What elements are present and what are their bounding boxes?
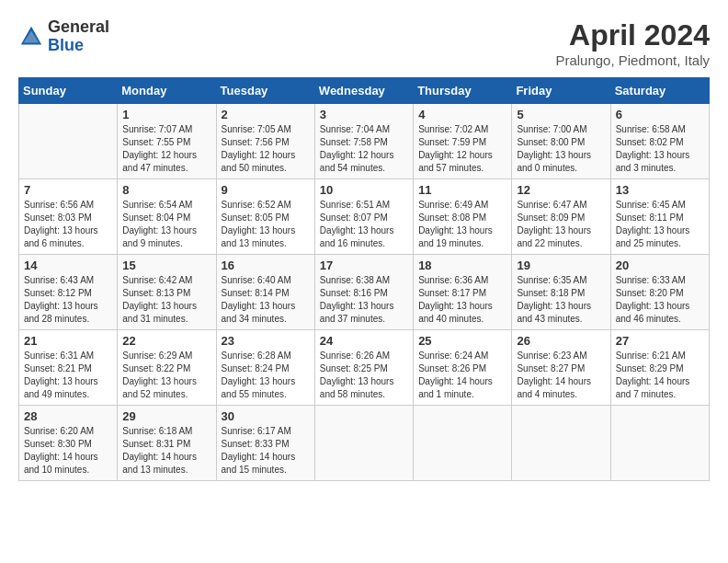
week-row-2: 7Sunrise: 6:56 AMSunset: 8:03 PMDaylight… [19, 179, 710, 255]
day-number: 17 [320, 259, 408, 272]
day-info: Sunrise: 6:33 AMSunset: 8:20 PMDaylight:… [616, 274, 704, 326]
day-info: Sunrise: 7:05 AMSunset: 7:56 PMDaylight:… [222, 123, 310, 175]
day-cell: 24Sunrise: 6:26 AMSunset: 8:25 PMDayligh… [314, 330, 413, 406]
day-info: Sunrise: 6:24 AMSunset: 8:26 PMDaylight:… [418, 350, 506, 401]
day-number: 28 [24, 409, 112, 423]
day-info: Sunrise: 7:02 AMSunset: 7:59 PMDaylight:… [418, 123, 506, 175]
day-info: Sunrise: 6:52 AMSunset: 8:05 PMDaylight:… [222, 199, 310, 250]
week-row-4: 21Sunrise: 6:31 AMSunset: 8:21 PMDayligh… [19, 330, 710, 406]
header-cell-thursday: Thursday [414, 78, 512, 104]
day-number: 2 [222, 108, 310, 121]
day-number: 3 [320, 108, 408, 121]
day-number: 22 [122, 334, 210, 348]
day-number: 11 [418, 183, 506, 197]
header-row: SundayMondayTuesdayWednesdayThursdayFrid… [19, 78, 710, 104]
day-number: 30 [222, 409, 310, 423]
day-number: 18 [418, 259, 506, 272]
day-number: 9 [222, 183, 310, 197]
day-info: Sunrise: 7:04 AMSunset: 7:58 PMDaylight:… [320, 123, 408, 175]
day-number: 26 [517, 334, 605, 348]
day-info: Sunrise: 6:18 AMSunset: 8:31 PMDaylight:… [122, 425, 210, 477]
day-cell: 11Sunrise: 6:49 AMSunset: 8:08 PMDayligh… [414, 179, 512, 255]
logo-blue: Blue [48, 36, 84, 54]
day-info: Sunrise: 7:07 AMSunset: 7:55 PMDaylight:… [122, 123, 210, 175]
day-cell [414, 406, 512, 481]
day-cell: 6Sunrise: 6:58 AMSunset: 8:02 PMDaylight… [610, 104, 709, 179]
day-info: Sunrise: 6:17 AMSunset: 8:33 PMDaylight:… [222, 425, 310, 477]
header-cell-sunday: Sunday [19, 78, 118, 104]
day-number: 6 [616, 108, 704, 121]
day-number: 12 [517, 183, 605, 197]
day-info: Sunrise: 6:38 AMSunset: 8:16 PMDaylight:… [320, 274, 408, 326]
day-info: Sunrise: 6:58 AMSunset: 8:02 PMDaylight:… [616, 123, 704, 175]
day-cell: 16Sunrise: 6:40 AMSunset: 8:14 PMDayligh… [216, 255, 314, 330]
day-cell: 20Sunrise: 6:33 AMSunset: 8:20 PMDayligh… [610, 255, 709, 330]
day-cell: 27Sunrise: 6:21 AMSunset: 8:29 PMDayligh… [610, 330, 709, 406]
day-number: 16 [222, 259, 310, 272]
day-cell: 15Sunrise: 6:42 AMSunset: 8:13 PMDayligh… [118, 255, 216, 330]
day-number: 10 [320, 183, 408, 197]
day-info: Sunrise: 6:36 AMSunset: 8:17 PMDaylight:… [418, 274, 506, 326]
title-area: April 2024 Pralungo, Piedmont, Italy [555, 18, 710, 68]
day-number: 25 [418, 334, 506, 348]
day-number: 29 [122, 409, 210, 423]
day-info: Sunrise: 6:28 AMSunset: 8:24 PMDaylight:… [222, 350, 310, 401]
day-cell: 8Sunrise: 6:54 AMSunset: 8:04 PMDaylight… [118, 179, 216, 255]
day-cell [19, 104, 118, 179]
day-cell: 29Sunrise: 6:18 AMSunset: 8:31 PMDayligh… [118, 406, 216, 481]
logo-text: General Blue [48, 18, 109, 55]
day-info: Sunrise: 6:23 AMSunset: 8:27 PMDaylight:… [517, 350, 605, 401]
day-number: 24 [320, 334, 408, 348]
header-cell-friday: Friday [512, 78, 610, 104]
day-cell: 18Sunrise: 6:36 AMSunset: 8:17 PMDayligh… [414, 255, 512, 330]
day-cell: 19Sunrise: 6:35 AMSunset: 8:18 PMDayligh… [512, 255, 610, 330]
day-info: Sunrise: 6:35 AMSunset: 8:18 PMDaylight:… [517, 274, 605, 326]
day-cell: 28Sunrise: 6:20 AMSunset: 8:30 PMDayligh… [19, 406, 118, 481]
day-cell [512, 406, 610, 481]
day-cell: 3Sunrise: 7:04 AMSunset: 7:58 PMDaylight… [314, 104, 413, 179]
day-number: 15 [122, 259, 210, 272]
logo-general: General [48, 17, 109, 36]
day-info: Sunrise: 6:49 AMSunset: 8:08 PMDaylight:… [418, 199, 506, 250]
day-cell: 22Sunrise: 6:29 AMSunset: 8:22 PMDayligh… [118, 330, 216, 406]
day-cell: 2Sunrise: 7:05 AMSunset: 7:56 PMDaylight… [216, 104, 314, 179]
day-cell: 17Sunrise: 6:38 AMSunset: 8:16 PMDayligh… [314, 255, 413, 330]
week-row-1: 1Sunrise: 7:07 AMSunset: 7:55 PMDaylight… [19, 104, 710, 179]
day-info: Sunrise: 6:42 AMSunset: 8:13 PMDaylight:… [122, 274, 210, 326]
day-cell: 13Sunrise: 6:45 AMSunset: 8:11 PMDayligh… [610, 179, 709, 255]
day-number: 27 [616, 334, 704, 348]
logo: General Blue [18, 18, 109, 55]
header-cell-tuesday: Tuesday [216, 78, 314, 104]
day-cell: 12Sunrise: 6:47 AMSunset: 8:09 PMDayligh… [512, 179, 610, 255]
day-info: Sunrise: 7:00 AMSunset: 8:00 PMDaylight:… [517, 123, 605, 175]
day-cell [314, 406, 413, 481]
day-cell: 10Sunrise: 6:51 AMSunset: 8:07 PMDayligh… [314, 179, 413, 255]
day-info: Sunrise: 6:54 AMSunset: 8:04 PMDaylight:… [122, 199, 210, 250]
day-number: 1 [122, 108, 210, 121]
day-cell: 4Sunrise: 7:02 AMSunset: 7:59 PMDaylight… [414, 104, 512, 179]
day-cell: 23Sunrise: 6:28 AMSunset: 8:24 PMDayligh… [216, 330, 314, 406]
day-cell: 14Sunrise: 6:43 AMSunset: 8:12 PMDayligh… [19, 255, 118, 330]
day-number: 20 [616, 259, 704, 272]
day-info: Sunrise: 6:29 AMSunset: 8:22 PMDaylight:… [122, 350, 210, 401]
day-number: 14 [24, 259, 112, 272]
day-cell: 1Sunrise: 7:07 AMSunset: 7:55 PMDaylight… [118, 104, 216, 179]
header-cell-monday: Monday [118, 78, 216, 104]
day-info: Sunrise: 6:31 AMSunset: 8:21 PMDaylight:… [24, 350, 112, 401]
logo-icon [18, 24, 44, 50]
day-cell: 9Sunrise: 6:52 AMSunset: 8:05 PMDaylight… [216, 179, 314, 255]
day-number: 7 [24, 183, 112, 197]
day-info: Sunrise: 6:45 AMSunset: 8:11 PMDaylight:… [616, 199, 704, 250]
day-info: Sunrise: 6:47 AMSunset: 8:09 PMDaylight:… [517, 199, 605, 250]
day-number: 21 [24, 334, 112, 348]
header: General Blue April 2024 Pralungo, Piedmo… [18, 18, 710, 68]
day-info: Sunrise: 6:21 AMSunset: 8:29 PMDaylight:… [616, 350, 704, 401]
day-cell [610, 406, 709, 481]
day-number: 5 [517, 108, 605, 121]
day-number: 19 [517, 259, 605, 272]
day-info: Sunrise: 6:26 AMSunset: 8:25 PMDaylight:… [320, 350, 408, 401]
day-cell: 21Sunrise: 6:31 AMSunset: 8:21 PMDayligh… [19, 330, 118, 406]
day-cell: 26Sunrise: 6:23 AMSunset: 8:27 PMDayligh… [512, 330, 610, 406]
day-number: 8 [122, 183, 210, 197]
header-cell-wednesday: Wednesday [314, 78, 413, 104]
